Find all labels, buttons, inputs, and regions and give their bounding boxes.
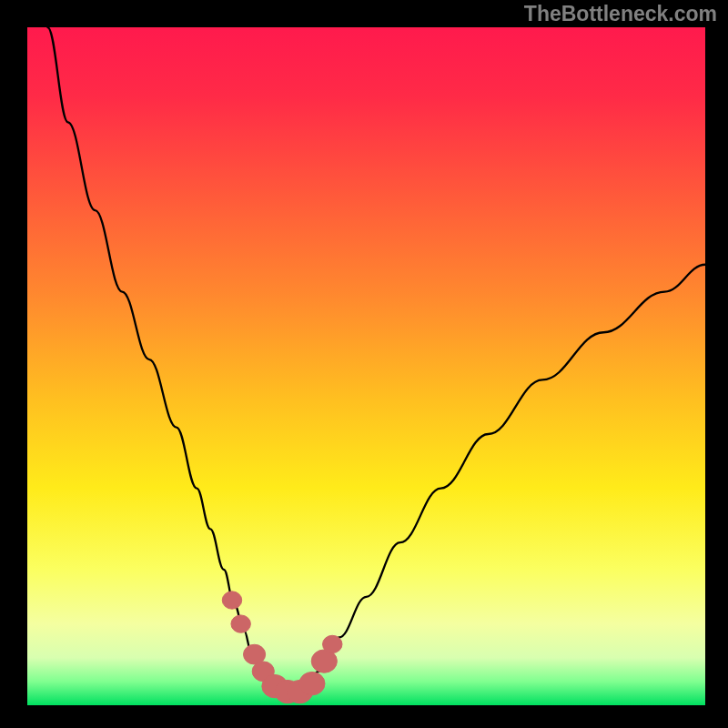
plot-background [27, 27, 705, 705]
bottleneck-chart [0, 0, 728, 728]
chart-frame: TheBottleneck.com [0, 0, 728, 728]
marker-7 [299, 672, 325, 694]
marker-1 [231, 615, 250, 632]
marker-9 [323, 635, 342, 652]
watermark-text: TheBottleneck.com [524, 2, 717, 26]
marker-0 [222, 592, 241, 609]
